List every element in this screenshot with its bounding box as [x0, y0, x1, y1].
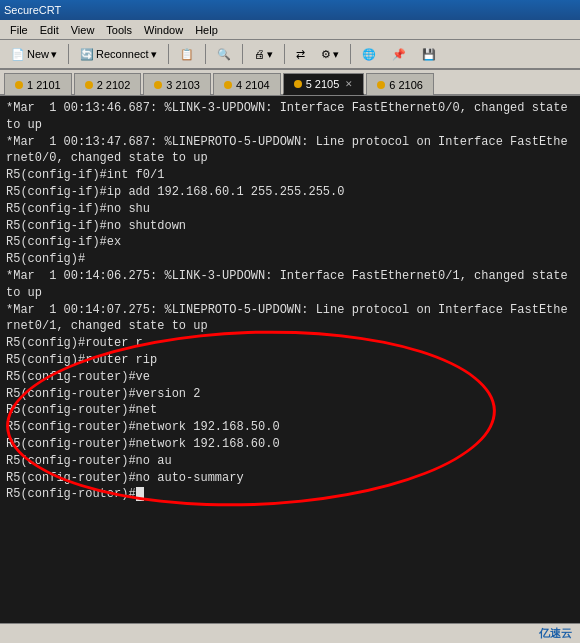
save-icon: 💾	[422, 48, 436, 61]
tab-1-dot	[15, 81, 23, 89]
reconnect-dropdown-icon: ▾	[151, 48, 157, 61]
terminal-line: R5(config-router)#network 192.168.60.0	[6, 436, 574, 453]
menu-bar: File Edit View Tools Window Help	[0, 20, 580, 40]
terminal-line: *Mar 1 00:13:46.687: %LINK-3-UPDOWN: Int…	[6, 100, 574, 134]
cursor	[136, 487, 144, 501]
reconnect-label: Reconnect	[96, 48, 149, 60]
tab-2-dot	[85, 81, 93, 89]
separator-2	[168, 44, 169, 64]
reconnect-icon: 🔄	[80, 48, 94, 61]
terminal-line: R5(config-if)#int f0/1	[6, 167, 574, 184]
terminal-line: R5(config-if)#ex	[6, 234, 574, 251]
toolbar: 📄 New ▾ 🔄 Reconnect ▾ 📋 🔍 🖨 ▾ ⇄ ⚙ ▾	[0, 40, 580, 70]
terminal-line: R5(config)#	[6, 251, 574, 268]
new-dropdown-icon: ▾	[51, 48, 57, 61]
tab-3[interactable]: 3 2103	[143, 73, 211, 95]
tabs-bar: 1 2101 2 2102 3 2103 4 2104 5 2105 ✕ 6 2…	[0, 70, 580, 96]
terminal-wrapper: *Mar 1 00:13:46.687: %LINK-3-UPDOWN: Int…	[0, 96, 580, 623]
tab-1-label: 1 2101	[27, 79, 61, 91]
clipboard-button[interactable]: 📋	[173, 42, 201, 66]
status-logo: 亿速云	[539, 626, 572, 641]
terminal-line: R5(config-router)#	[6, 486, 574, 503]
settings-icon: ⚙	[321, 48, 331, 61]
tab-4-dot	[224, 81, 232, 89]
title-bar: SecureCRT	[0, 0, 580, 20]
menu-tools[interactable]: Tools	[100, 22, 138, 38]
tab-2-label: 2 2102	[97, 79, 131, 91]
tab-5[interactable]: 5 2105 ✕	[283, 73, 365, 95]
reconnect-button[interactable]: 🔄 Reconnect ▾	[73, 42, 164, 66]
tab-5-label: 5 2105	[306, 78, 340, 90]
menu-window[interactable]: Window	[138, 22, 189, 38]
terminal-line: R5(config)#router rip	[6, 352, 574, 369]
terminal-line: R5(config-if)#no shutdown	[6, 218, 574, 235]
settings-button[interactable]: ⚙ ▾	[314, 42, 346, 66]
separator-3	[205, 44, 206, 64]
terminal[interactable]: *Mar 1 00:13:46.687: %LINK-3-UPDOWN: Int…	[0, 96, 580, 623]
new-icon: 📄	[11, 48, 25, 61]
terminal-line: R5(config-router)#no auto-summary	[6, 470, 574, 487]
tab-6[interactable]: 6 2106	[366, 73, 434, 95]
tab-5-dot	[294, 80, 302, 88]
search-icon: 🔍	[217, 48, 231, 61]
print-button[interactable]: 🖨 ▾	[247, 42, 280, 66]
terminal-line: R5(config-router)#version 2	[6, 386, 574, 403]
new-button[interactable]: 📄 New ▾	[4, 42, 64, 66]
app-window: SecureCRT File Edit View Tools Window He…	[0, 0, 580, 643]
search-button[interactable]: 🔍	[210, 42, 238, 66]
terminal-line: *Mar 1 00:13:47.687: %LINEPROTO-5-UPDOWN…	[6, 134, 574, 168]
settings-dropdown-icon: ▾	[333, 48, 339, 61]
print-icon: 🖨	[254, 48, 265, 60]
title-text: SecureCRT	[4, 4, 61, 16]
terminal-line: *Mar 1 00:14:06.275: %LINK-3-UPDOWN: Int…	[6, 268, 574, 302]
tab-3-label: 3 2103	[166, 79, 200, 91]
terminal-line: R5(config-router)#ve	[6, 369, 574, 386]
globe-button[interactable]: 🌐	[355, 42, 383, 66]
terminal-line: *Mar 1 00:14:07.275: %LINEPROTO-5-UPDOWN…	[6, 302, 574, 336]
transfer-icon: ⇄	[296, 48, 305, 61]
separator-5	[284, 44, 285, 64]
menu-view[interactable]: View	[65, 22, 101, 38]
tab-4[interactable]: 4 2104	[213, 73, 281, 95]
separator-1	[68, 44, 69, 64]
tab-5-close-icon[interactable]: ✕	[345, 79, 353, 89]
new-label: New	[27, 48, 49, 60]
terminal-line: R5(config-router)#no au	[6, 453, 574, 470]
transfer-button[interactable]: ⇄	[289, 42, 312, 66]
terminal-line: R5(config-router)#network 192.168.50.0	[6, 419, 574, 436]
menu-help[interactable]: Help	[189, 22, 224, 38]
separator-6	[350, 44, 351, 64]
terminal-line: R5(config-if)#ip add 192.168.60.1 255.25…	[6, 184, 574, 201]
tab-6-dot	[377, 81, 385, 89]
tab-4-label: 4 2104	[236, 79, 270, 91]
separator-4	[242, 44, 243, 64]
tab-1[interactable]: 1 2101	[4, 73, 72, 95]
menu-edit[interactable]: Edit	[34, 22, 65, 38]
globe-icon: 🌐	[362, 48, 376, 61]
clipboard-icon: 📋	[180, 48, 194, 61]
tab-6-label: 6 2106	[389, 79, 423, 91]
status-bar: 亿速云	[0, 623, 580, 643]
tab-3-dot	[154, 81, 162, 89]
terminal-line: R5(config-if)#no shu	[6, 201, 574, 218]
tab-2[interactable]: 2 2102	[74, 73, 142, 95]
menu-file[interactable]: File	[4, 22, 34, 38]
terminal-line: R5(config)#router r	[6, 335, 574, 352]
print-dropdown-icon: ▾	[267, 48, 273, 61]
save-button[interactable]: 💾	[415, 42, 443, 66]
terminal-line: R5(config-router)#net	[6, 402, 574, 419]
pin-button[interactable]: 📌	[385, 42, 413, 66]
pin-icon: 📌	[392, 48, 406, 61]
